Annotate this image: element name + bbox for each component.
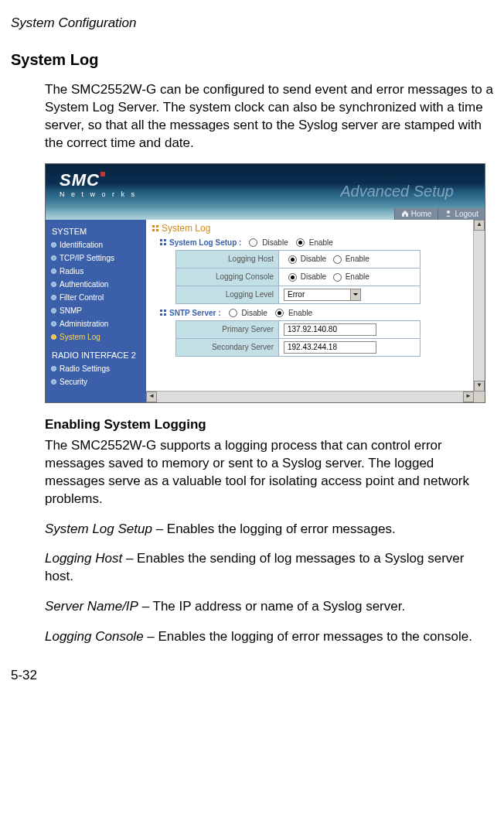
logging-host-label: Logging Host	[176, 250, 279, 268]
sntp-disable-radio[interactable]	[229, 309, 237, 317]
banner-title: Advanced Setup	[340, 183, 454, 200]
sidebar-item-radio-settings[interactable]: Radio Settings	[46, 362, 146, 375]
sntp-settings-table: Primary Server 137.92.140.80 Secondary S…	[175, 320, 421, 357]
def-server-name-ip: Server Name/IP – The IP address or name …	[45, 598, 496, 616]
screenshot-figure: SMC N e t w o r k s Advanced Setup Home …	[45, 163, 485, 403]
logging-console-enable-radio[interactable]	[333, 273, 342, 282]
logo-main: SMC	[60, 172, 137, 189]
logout-tab-label: Logout	[455, 210, 478, 218]
subsection-heading: Enabling System Logging	[45, 417, 496, 433]
secondary-server-label: Secondary Server	[176, 338, 279, 356]
logging-console-disable-label: Disable	[301, 272, 326, 281]
secondary-server-input[interactable]: 192.43.244.18	[284, 341, 376, 354]
scroll-down-button[interactable]: ▼	[474, 381, 485, 392]
logging-host-disable-label: Disable	[301, 255, 326, 263]
scrollbar-corner	[474, 392, 485, 402]
logging-console-disable-radio[interactable]	[288, 273, 297, 282]
logo: SMC N e t w o r k s	[60, 172, 137, 198]
def3-text: – The IP address or name of a Syslog ser…	[138, 599, 405, 614]
primary-server-label: Primary Server	[176, 320, 279, 338]
sntp-server-label: SNTP Server :	[169, 309, 221, 317]
vertical-scrollbar[interactable]: ▲ ▼	[473, 220, 485, 392]
pane-title: System Log	[152, 223, 467, 234]
content-area: System Log System Log Setup : Disable En…	[146, 220, 485, 402]
sidebar-item-security[interactable]: Security	[46, 375, 146, 388]
logging-level-label: Logging Level	[176, 286, 279, 303]
def-logging-host: Logging Host – Enables the sending of lo…	[45, 550, 496, 586]
def4-text: – Enables the logging of error messages …	[144, 629, 472, 644]
horizontal-scrollbar[interactable]: ◄ ►	[146, 391, 474, 402]
home-icon	[401, 210, 409, 217]
intro-paragraph: The SMC2552W-G can be configured to send…	[45, 81, 496, 152]
logging-host-value: Disable Enable	[279, 250, 421, 268]
logging-console-label: Logging Console	[176, 268, 279, 286]
sidebar: SYSTEM Identification TCP/IP Settings Ra…	[46, 220, 146, 402]
def1-text: – Enables the logging of error messages.	[152, 522, 396, 536]
logging-console-value: Disable Enable	[279, 268, 421, 286]
page-number: 5-32	[11, 668, 504, 683]
sidebar-item-filter-control[interactable]: Filter Control	[46, 291, 146, 304]
syslog-enable-label: Enable	[309, 238, 333, 247]
sntp-disable-label: Disable	[242, 309, 267, 317]
sntp-server-row: SNTP Server : Disable Enable	[160, 309, 467, 317]
sidebar-item-radius[interactable]: Radius	[46, 265, 146, 278]
sidebar-group-system: SYSTEM	[46, 224, 146, 238]
logging-host-enable-label: Enable	[346, 255, 369, 263]
sntp-enable-label: Enable	[288, 309, 312, 317]
logging-console-enable-label: Enable	[346, 272, 369, 281]
scroll-right-button[interactable]: ►	[463, 392, 474, 402]
def3-term: Server Name/IP	[45, 599, 138, 614]
sidebar-item-tcpip[interactable]: TCP/IP Settings	[46, 251, 146, 265]
syslog-setup-label: System Log Setup :	[169, 238, 241, 247]
svg-point-0	[447, 210, 450, 214]
sidebar-group-radio: RADIO INTERFACE 2	[46, 348, 146, 362]
logo-text: SMC	[60, 170, 100, 190]
logo-sub: N e t w o r k s	[60, 190, 137, 198]
sidebar-item-identification[interactable]: Identification	[46, 238, 146, 251]
app-banner: SMC N e t w o r k s Advanced Setup Home …	[46, 164, 485, 220]
pane-title-text: System Log	[162, 223, 210, 234]
syslog-enable-radio[interactable]	[296, 238, 305, 247]
logout-tab[interactable]: Logout	[438, 208, 485, 220]
page-running-header: System Configuration	[11, 15, 504, 31]
def-logging-console: Logging Console – Enables the logging of…	[45, 628, 496, 646]
def2-term: Logging Host	[45, 551, 122, 566]
logging-host-disable-radio[interactable]	[288, 255, 297, 264]
logging-level-select[interactable]: Error	[284, 289, 361, 301]
sidebar-item-snmp[interactable]: SNMP	[46, 304, 146, 317]
sntp-enable-radio[interactable]	[275, 309, 284, 317]
def4-term: Logging Console	[45, 629, 144, 644]
section-heading: System Log	[11, 51, 504, 69]
sidebar-item-administration[interactable]: Administration	[46, 317, 146, 330]
sidebar-item-system-log[interactable]: System Log	[46, 330, 146, 344]
def1-term: System Log Setup	[45, 522, 152, 536]
home-tab[interactable]: Home	[394, 208, 438, 220]
logging-host-enable-radio[interactable]	[333, 255, 342, 264]
subsection-paragraph: The SMC2552W-G supports a logging proces…	[45, 437, 496, 508]
logging-level-value: Error	[279, 286, 421, 303]
scroll-up-button[interactable]: ▲	[474, 220, 485, 231]
sidebar-item-authentication[interactable]: Authentication	[46, 278, 146, 291]
home-tab-label: Home	[411, 210, 432, 218]
syslog-settings-table: Logging Host Disable Enable Logging Cons…	[175, 250, 421, 304]
scroll-left-button[interactable]: ◄	[146, 392, 157, 402]
primary-server-input[interactable]: 137.92.140.80	[284, 323, 376, 336]
syslog-setup-row: System Log Setup : Disable Enable	[160, 238, 467, 247]
logout-icon	[444, 210, 452, 217]
syslog-disable-radio[interactable]	[249, 238, 257, 247]
def-system-log-setup: System Log Setup – Enables the logging o…	[45, 521, 496, 539]
top-tabs: Home Logout	[394, 208, 485, 220]
syslog-disable-label: Disable	[262, 238, 288, 247]
